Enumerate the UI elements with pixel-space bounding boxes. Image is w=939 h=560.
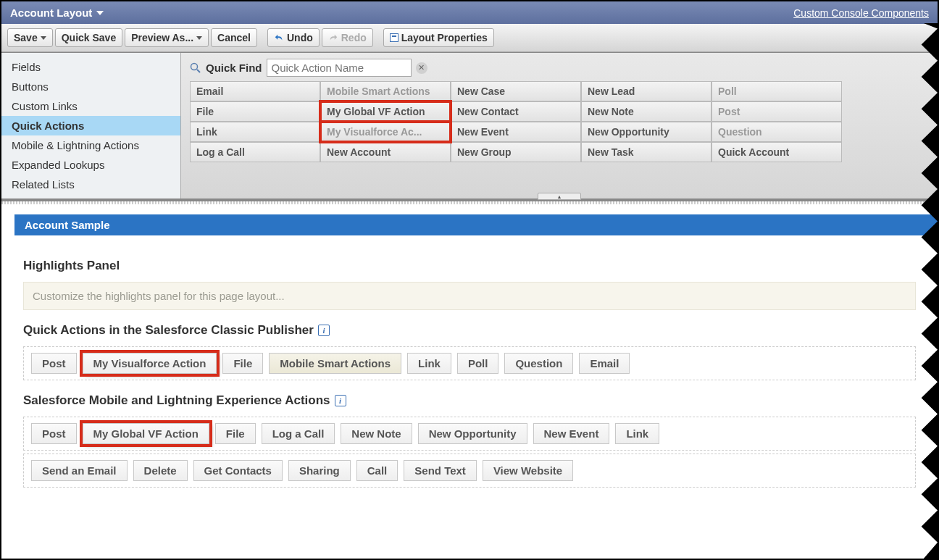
action-grid: EmailMobile Smart ActionsNew CaseNew Lea… — [190, 81, 929, 162]
save-button[interactable]: Save — [7, 28, 53, 47]
action-chip[interactable]: Log a Call — [262, 423, 335, 444]
layout-icon — [390, 33, 398, 42]
classic-actions-row[interactable]: PostMy Visualforce ActionFileMobile Smar… — [23, 346, 916, 380]
sidebar-item[interactable]: Fields — [1, 57, 180, 77]
highlights-placeholder[interactable]: Customize the highlights panel for this … — [23, 282, 916, 310]
palette-action[interactable]: File — [190, 101, 320, 122]
action-chip[interactable]: Poll — [457, 353, 499, 374]
action-chip[interactable]: Delete — [133, 460, 188, 481]
drag-handle[interactable] — [538, 193, 581, 200]
palette-action[interactable]: New Lead — [581, 81, 711, 101]
action-chip[interactable]: Post — [31, 423, 77, 444]
quick-find-label: Quick Find — [206, 62, 262, 74]
redo-button: Redo — [322, 28, 373, 47]
lex-actions-row-2[interactable]: Send an EmailDeleteGet ContactsSharingCa… — [23, 454, 916, 488]
palette-action[interactable]: Log a Call — [190, 142, 320, 162]
palette-action[interactable]: Question — [711, 122, 842, 142]
quick-save-button[interactable]: Quick Save — [55, 28, 123, 47]
layout-editor-frame: Account Layout Custom Console Components… — [0, 0, 939, 560]
palette-action[interactable]: New Account — [320, 142, 451, 162]
palette-action[interactable]: Mobile Smart Actions — [320, 81, 451, 101]
palette-action[interactable]: Link — [190, 122, 320, 142]
action-chip[interactable]: Email — [579, 353, 630, 374]
action-chip[interactable]: Link — [615, 423, 659, 444]
lex-actions-row-1[interactable]: PostMy Global VF ActionFileLog a CallNew… — [23, 417, 916, 451]
layout-properties-button[interactable]: Layout Properties — [383, 28, 494, 47]
palette-action[interactable]: My Visualforce Ac... — [320, 122, 451, 142]
lex-actions-title: Salesforce Mobile and Lightning Experien… — [23, 393, 916, 408]
sidebar-item[interactable]: Custom Links — [1, 96, 180, 116]
quick-find-row: Quick Find ✕ — [190, 59, 929, 77]
action-chip[interactable]: My Global VF Action — [83, 423, 209, 444]
palette-action[interactable]: New Task — [581, 142, 711, 162]
sidebar-item[interactable]: Related Lists — [1, 175, 180, 194]
highlights-panel-title: Highlights Panel — [23, 259, 916, 273]
header-bar: Account Layout Custom Console Components — [1, 1, 938, 24]
layout-canvas: Account Sample Highlights Panel Customiz… — [1, 214, 938, 512]
caret-down-icon — [196, 36, 202, 40]
svg-point-0 — [191, 63, 198, 70]
classic-actions-title: Quick Actions in the Salesforce Classic … — [23, 323, 916, 338]
action-chip[interactable]: New Note — [341, 423, 412, 444]
palette-action[interactable]: New Contact — [451, 101, 581, 122]
palette: FieldsButtonsCustom LinksQuick ActionsMo… — [1, 52, 938, 201]
action-chip[interactable]: My Visualforce Action — [83, 353, 217, 374]
clear-icon[interactable]: ✕ — [416, 62, 427, 74]
palette-action[interactable]: New Case — [451, 81, 581, 101]
custom-console-link[interactable]: Custom Console Components — [793, 7, 929, 19]
palette-sidebar: FieldsButtonsCustom LinksQuick ActionsMo… — [1, 53, 181, 198]
action-chip[interactable]: View Website — [483, 460, 573, 481]
sidebar-item[interactable]: Expanded Lookups — [1, 155, 180, 175]
search-icon — [190, 62, 201, 74]
action-chip[interactable]: Post — [31, 353, 77, 374]
redo-icon — [328, 33, 338, 43]
info-icon[interactable]: i — [318, 325, 330, 336]
quick-find-input[interactable] — [267, 59, 412, 77]
action-chip[interactable]: Call — [356, 460, 398, 481]
undo-icon — [274, 33, 284, 43]
action-chip[interactable]: Sharing — [288, 460, 351, 481]
palette-action[interactable]: Quick Account — [711, 142, 842, 162]
palette-action[interactable]: Post — [711, 101, 842, 122]
palette-action[interactable]: My Global VF Action — [320, 101, 451, 122]
undo-button[interactable]: Undo — [267, 28, 320, 47]
toolbar: Save Quick Save Preview As... Cancel Und… — [1, 24, 938, 52]
layout-title: Account Layout — [10, 7, 92, 19]
action-chip[interactable]: File — [222, 353, 263, 374]
svg-line-1 — [197, 70, 200, 72]
action-chip[interactable]: Get Contacts — [193, 460, 283, 481]
palette-action[interactable]: Poll — [711, 81, 842, 101]
cancel-button[interactable]: Cancel — [211, 28, 257, 47]
action-chip[interactable]: Question — [504, 353, 573, 374]
divider — [1, 201, 938, 204]
palette-action[interactable]: New Note — [581, 101, 711, 122]
sidebar-item[interactable]: Quick Actions — [1, 116, 180, 135]
action-chip[interactable]: Mobile Smart Actions — [269, 353, 401, 374]
action-chip[interactable]: New Event — [533, 423, 610, 444]
palette-action[interactable]: New Event — [451, 122, 581, 142]
palette-action[interactable]: New Opportunity — [581, 122, 711, 142]
palette-action[interactable]: Email — [190, 81, 320, 101]
action-chip[interactable]: Link — [407, 353, 451, 374]
action-chip[interactable]: Send an Email — [31, 460, 128, 481]
action-chip[interactable]: New Opportunity — [418, 423, 527, 444]
palette-action[interactable]: New Group — [451, 142, 581, 162]
chevron-down-icon — [96, 11, 104, 15]
action-chip[interactable]: Send Text — [404, 460, 477, 481]
caret-down-icon — [41, 36, 46, 40]
section-header: Account Sample — [14, 214, 938, 235]
sidebar-item[interactable]: Buttons — [1, 77, 180, 96]
palette-main: Quick Find ✕ EmailMobile Smart ActionsNe… — [181, 53, 938, 198]
layout-title-dropdown[interactable]: Account Layout — [10, 7, 104, 19]
info-icon[interactable]: i — [335, 395, 346, 406]
sidebar-item[interactable]: Mobile & Lightning Actions — [1, 135, 180, 155]
preview-as-button[interactable]: Preview As... — [125, 28, 209, 47]
action-chip[interactable]: File — [215, 423, 256, 444]
